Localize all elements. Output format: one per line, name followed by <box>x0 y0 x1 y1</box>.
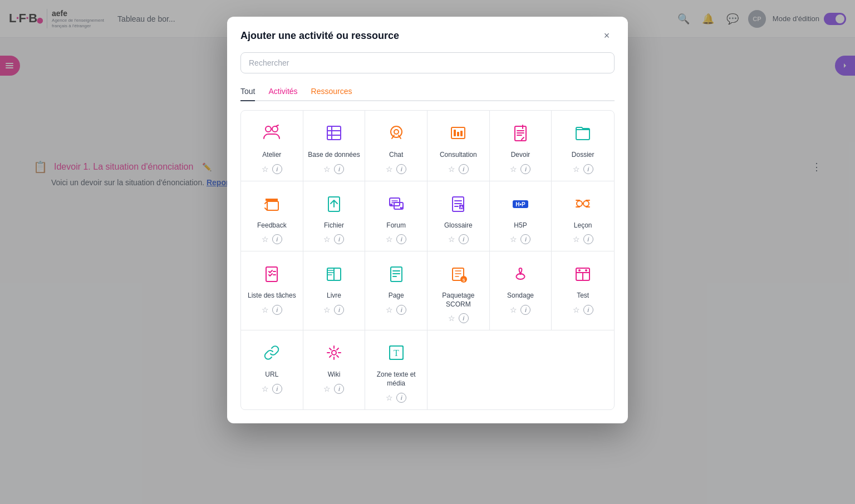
item-wiki[interactable]: Wiki ☆ i <box>303 330 366 409</box>
item-feedback[interactable]: Feedback ☆ i <box>241 181 303 252</box>
wiki-star[interactable]: ☆ <box>323 384 331 393</box>
url-actions: ☆ i <box>262 384 282 394</box>
item-h5p[interactable]: H•P H5P ☆ i <box>490 181 552 252</box>
h5p-star[interactable]: ☆ <box>510 235 517 244</box>
lecon-info[interactable]: i <box>583 234 593 244</box>
forum-info[interactable]: i <box>396 234 406 244</box>
tab-tout[interactable]: Tout <box>240 82 255 101</box>
feedback-icon <box>258 190 285 217</box>
url-info[interactable]: i <box>272 384 282 394</box>
tab-ressources[interactable]: Ressources <box>311 82 352 101</box>
item-page[interactable]: Page ☆ i <box>365 251 428 330</box>
item-forum[interactable]: Forum ☆ i <box>365 181 428 252</box>
zone-star[interactable]: ☆ <box>386 393 393 402</box>
svg-point-31 <box>577 201 582 206</box>
sondage-info[interactable]: i <box>520 305 530 315</box>
test-star[interactable]: ☆ <box>573 305 580 314</box>
chat-info[interactable]: i <box>396 164 406 174</box>
page-actions: ☆ i <box>386 305 406 315</box>
item-fichier[interactable]: Fichier ☆ i <box>303 181 366 252</box>
sondage-star[interactable]: ☆ <box>510 305 517 314</box>
svg-rect-6 <box>327 126 341 140</box>
dossier-info[interactable]: i <box>583 164 593 174</box>
database-star[interactable]: ☆ <box>323 165 331 174</box>
liste-actions: ☆ i <box>262 305 282 315</box>
item-sondage[interactable]: Sondage ☆ i <box>490 251 552 330</box>
item-consultation[interactable]: Consultation ☆ i <box>428 111 490 181</box>
chat-star[interactable]: ☆ <box>386 165 393 174</box>
svg-point-32 <box>583 201 589 206</box>
liste-info[interactable]: i <box>272 305 282 315</box>
fichier-actions: ☆ i <box>323 234 344 244</box>
svg-line-60 <box>337 355 338 357</box>
scorm-name: Paquetage SCORM <box>432 291 485 309</box>
livre-actions: ☆ i <box>323 305 344 315</box>
glossaire-info[interactable]: i <box>459 234 469 244</box>
feedback-name: Feedback <box>257 221 287 230</box>
glossaire-star[interactable]: ☆ <box>448 235 455 244</box>
item-scorm[interactable]: S Paquetage SCORM ☆ i <box>428 251 490 330</box>
tab-bar: Tout Activités Ressources <box>240 82 615 101</box>
item-atelier[interactable]: Atelier ☆ i <box>241 111 303 181</box>
devoir-info[interactable]: i <box>520 164 530 174</box>
zone-icon: T <box>383 339 410 366</box>
item-chat[interactable]: Chat ☆ i <box>365 111 428 181</box>
modal-close-button[interactable]: × <box>599 28 615 43</box>
devoir-name: Devoir <box>511 151 530 160</box>
fichier-star[interactable]: ☆ <box>323 235 331 244</box>
scorm-info[interactable]: i <box>459 313 469 323</box>
dossier-star[interactable]: ☆ <box>573 165 580 174</box>
consultation-actions: ☆ i <box>448 164 469 174</box>
consultation-info[interactable]: i <box>459 164 469 174</box>
scorm-star[interactable]: ☆ <box>448 314 455 323</box>
atelier-info[interactable]: i <box>272 164 282 174</box>
empty-cell-3 <box>552 330 614 409</box>
item-database[interactable]: Base de données ☆ i <box>303 111 366 181</box>
atelier-star[interactable]: ☆ <box>262 165 269 174</box>
modal-overlay: Ajouter une activité ou ressource × Tout… <box>0 0 855 504</box>
feedback-star[interactable]: ☆ <box>262 235 269 244</box>
devoir-star[interactable]: ☆ <box>510 165 517 174</box>
zone-info[interactable]: i <box>396 393 406 403</box>
item-url[interactable]: URL ☆ i <box>241 330 303 409</box>
zone-name: Zone texte et média <box>370 370 422 388</box>
url-star[interactable]: ☆ <box>262 384 269 393</box>
forum-star[interactable]: ☆ <box>386 235 393 244</box>
item-zone[interactable]: T Zone texte et média ☆ i <box>365 330 428 409</box>
h5p-info[interactable]: i <box>520 234 530 244</box>
item-lecon[interactable]: Leçon ☆ i <box>552 181 614 252</box>
liste-star[interactable]: ☆ <box>262 305 269 314</box>
dossier-icon <box>569 120 596 146</box>
consultation-star[interactable]: ☆ <box>448 165 455 174</box>
tab-activites[interactable]: Activités <box>268 82 297 101</box>
page-star[interactable]: ☆ <box>386 305 393 314</box>
wiki-icon <box>321 339 347 366</box>
scorm-icon: S <box>445 260 471 287</box>
item-dossier[interactable]: Dossier ☆ i <box>552 111 614 181</box>
modal-title: Ajouter une activité ou ressource <box>240 30 399 42</box>
svg-rect-17 <box>267 201 278 210</box>
livre-star[interactable]: ☆ <box>323 305 331 314</box>
svg-point-3 <box>266 126 271 132</box>
wiki-info[interactable]: i <box>334 384 344 394</box>
feedback-info[interactable]: i <box>272 234 282 244</box>
search-input[interactable] <box>240 52 615 73</box>
livre-info[interactable]: i <box>334 305 344 315</box>
database-info[interactable]: i <box>334 164 344 174</box>
lecon-star[interactable]: ☆ <box>573 235 580 244</box>
item-devoir[interactable]: Devoir ☆ i <box>490 111 552 181</box>
consultation-name: Consultation <box>440 151 477 160</box>
test-actions: ☆ i <box>573 305 593 315</box>
fichier-info[interactable]: i <box>334 234 344 244</box>
h5p-actions: ☆ i <box>510 234 530 244</box>
test-info[interactable]: i <box>583 305 593 315</box>
item-test[interactable]: Test ☆ i <box>552 251 614 330</box>
item-livre[interactable]: Livre ☆ i <box>303 251 366 330</box>
item-liste[interactable]: Liste des tâches ☆ i <box>241 251 303 330</box>
svg-point-10 <box>391 126 402 137</box>
item-glossaire[interactable]: A Glossaire ☆ i <box>428 181 490 252</box>
svg-point-54 <box>332 350 336 355</box>
page-info[interactable]: i <box>396 305 406 315</box>
modal-header: Ajouter une activité ou ressource × <box>227 17 628 52</box>
atelier-icon <box>258 120 285 146</box>
